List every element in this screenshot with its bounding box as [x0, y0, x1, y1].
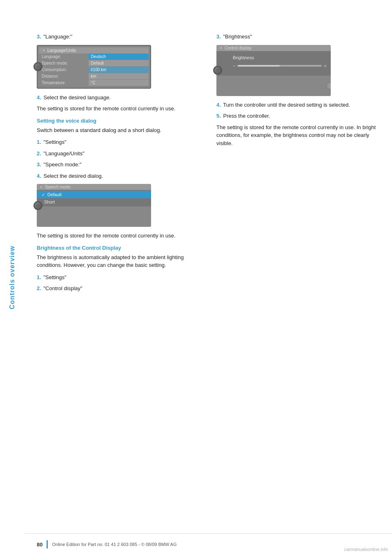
page-number: 80 [37, 542, 42, 548]
brightness-step-2: 2. "Control display" [37, 284, 200, 293]
row-value: l/100 km [89, 66, 149, 73]
brightness-step-1: 1. "Settings" [37, 273, 200, 282]
knob-inner-3 [216, 69, 219, 72]
speech-screen: Speech mode: ✓ Default Short [37, 184, 151, 227]
row-label: Speech mode: [39, 60, 89, 66]
brightness-titlebar: Control display [216, 45, 331, 51]
step-4-language: 4. Select the desired language. [37, 94, 200, 102]
language-title: Language/Units [47, 48, 76, 53]
step-4-b-text: Turn the controller until the desired se… [223, 102, 350, 108]
control-display-knob [213, 66, 222, 75]
voice-step-3: 3. "Speech mode:" [37, 161, 200, 169]
brightness-step-2-num: 2. [37, 285, 41, 291]
voice-step-2-text: "Language/Units" [43, 150, 84, 157]
step-3-b-num: 3. [216, 34, 221, 40]
voice-dialog-steps: 1. "Settings" 2. "Language/Units" 3. "Sp… [37, 138, 200, 180]
speech-titlebar: Speech mode: [37, 184, 151, 190]
step-5-brightness: 5. Press the controller. [216, 112, 380, 120]
knob-inner [36, 65, 40, 68]
voice-step-2: 2. "Language/Units" [37, 150, 200, 158]
row-label: Consumption: [39, 66, 89, 73]
voice-step-4-num: 4. [37, 173, 41, 179]
display-right-btn [327, 82, 331, 90]
row-value: Deutsch [89, 54, 149, 60]
speech-bottom-area [37, 206, 151, 227]
step-3-b-text: "Brightness" [223, 34, 252, 40]
brightness-slider-row: − + [233, 63, 327, 68]
language-table: Language: Deutsch Speech mode: Default C… [39, 54, 149, 86]
footer-divider [47, 540, 48, 548]
footer: 80 Online Edition for Part no. 01 41 2 6… [24, 533, 392, 555]
row-value: km [89, 73, 149, 79]
language-titlebar: Language/Units [39, 47, 149, 54]
footer-text: Online Edition for Part no. 01 41 2 603 … [52, 542, 176, 547]
sidebar-label: Controls overview [9, 246, 16, 309]
knob-inner-2 [36, 204, 40, 207]
step-5-b-text: Press the controller. [223, 113, 270, 119]
step-3-brightness: 3. "Brightness" [216, 33, 380, 41]
voice-step-1-num: 1. [37, 139, 41, 145]
table-row: Temperature: °C [39, 79, 149, 86]
brightness-steps: 1. "Settings" 2. "Control display" [37, 273, 200, 293]
step-4-b-num: 4. [216, 102, 221, 108]
language-screen-knob [33, 62, 42, 71]
voice-step-4: 4. Select the desired dialog. [37, 172, 200, 180]
voice-step-1: 1. "Settings" [37, 138, 200, 146]
voice-dialog-intro: Switch between a standard dialog and a s… [37, 126, 200, 134]
voice-step-4-text: Select the desired dialog. [43, 173, 103, 179]
voice-step-3-text: "Speech mode:" [43, 161, 81, 168]
voice-step-1-text: "Settings" [43, 139, 66, 145]
step-3-number: 3. [37, 34, 41, 40]
speech-title: Speech mode: [45, 185, 71, 189]
brightness-intro: The brightness is automatically adapted … [37, 253, 200, 269]
table-row: Distance: km [39, 73, 149, 79]
speech-item-short: Short [37, 198, 151, 206]
display-bottom [216, 76, 331, 96]
speech-short-label: Short [44, 199, 55, 204]
left-column: 3. "Language:" Language/Units Languag [37, 33, 200, 296]
brightness-body: Brightness − + [216, 51, 331, 76]
voice-dialog-body: The setting is stored for the remote con… [37, 232, 200, 240]
voice-step-3-num: 3. [37, 161, 41, 168]
body-text-1: The setting is stored for the remote con… [37, 105, 200, 113]
speech-list: ✓ Default Short [37, 190, 151, 206]
step-4-text: Select the desired language. [43, 94, 111, 101]
brightness-label: Brightness [233, 55, 327, 60]
watermark: carmanualsonline.info [344, 547, 388, 552]
brightness-heading: Brightness of the Control Display [37, 245, 200, 251]
brightness-body-text: The setting is stored for the remote con… [216, 123, 380, 148]
sidebar: Controls overview [0, 0, 24, 555]
language-screen-wrapper: Language/Units Language: Deutsch Speech … [37, 45, 151, 89]
control-display-screen-wrapper: Control display Brightness − + [216, 45, 331, 96]
row-label: Language: [39, 54, 89, 60]
titlebar-icon-2 [39, 185, 43, 189]
speech-item-default: ✓ Default [37, 191, 151, 198]
step-3-language: 3. "Language:" [37, 33, 200, 41]
step-4-number: 4. [37, 94, 41, 101]
step-4-brightness: 4. Turn the controller until the desired… [216, 101, 380, 109]
brightness-step-2-text: "Control display" [43, 285, 82, 291]
brightness-title: Control display [225, 46, 252, 50]
row-value: °C [89, 79, 149, 86]
row-value: Default [89, 60, 149, 66]
right-column: 3. "Brightness" Control display Brightne… [216, 33, 380, 296]
brightness-track [238, 65, 321, 67]
titlebar-icon [42, 48, 46, 52]
brightness-fill [238, 65, 280, 67]
speech-screen-knob [33, 201, 42, 210]
voice-dialog-heading: Setting the voice dialog [37, 118, 200, 124]
step-5-b-num: 5. [216, 113, 221, 119]
check-icon: ✓ [42, 192, 45, 197]
brightness-step-1-num: 1. [37, 274, 41, 280]
main-content: 3. "Language:" Language/Units Languag [24, 0, 392, 329]
speech-default-label: Default [47, 192, 62, 197]
titlebar-icon-3 [219, 46, 223, 50]
table-row: Language: Deutsch [39, 54, 149, 60]
brightness-screen: Control display Brightness − + [216, 45, 331, 96]
language-screen-inner: Language/Units Language: Deutsch Speech … [37, 45, 151, 89]
brightness-step-1-text: "Settings" [43, 274, 66, 280]
row-label: Temperature: [39, 79, 89, 86]
step-3-text: "Language:" [43, 34, 72, 40]
speech-screen-wrapper: Speech mode: ✓ Default Short [37, 184, 151, 227]
table-row: Speech mode: Default [39, 60, 149, 66]
